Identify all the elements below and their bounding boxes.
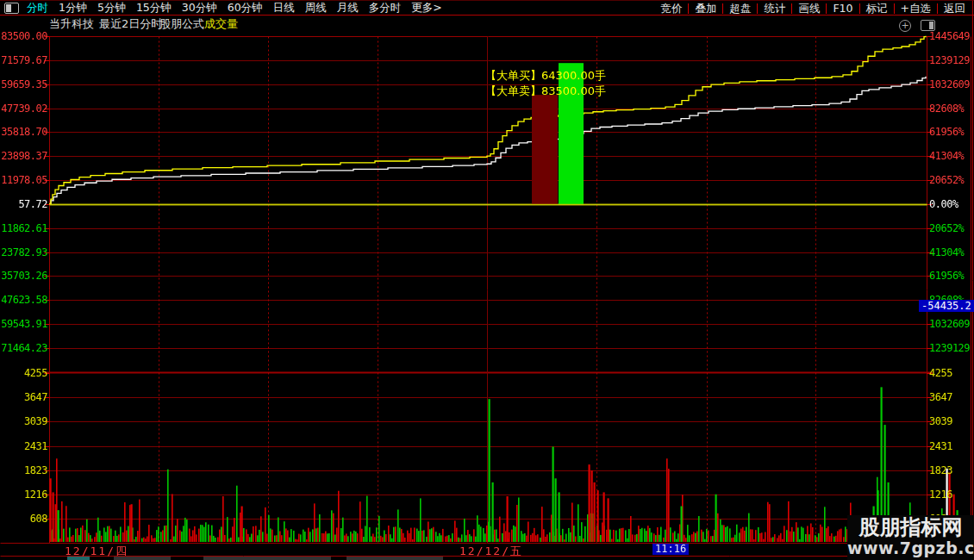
axis-label: 47739.02 [0,103,47,115]
axis-label: 61956% [929,270,964,282]
axis-label: 1445649 [929,30,970,42]
axis-label: 3647 [929,391,952,403]
axis-label: 608 [0,513,47,525]
axis-label: 2431 [929,440,952,452]
axis-label: 71579.67 [0,54,47,66]
axis-label: 20652% [929,222,964,234]
axis-label: 11862.61 [0,222,47,234]
date-label-day2: 12/12/五 [459,544,523,559]
axis-label: 23782.93 [0,246,47,258]
axis-label: 4255 [929,367,952,379]
status-bar-fragment [203,557,331,560]
axis-label: 83500.00 [0,30,47,42]
value-badge: -54435.2 [919,300,974,312]
axis-label: 3039 [929,415,952,427]
axis-label: 1239129 [929,342,970,354]
big-sell-annotation: 【大单卖】83500.00手 [485,85,606,97]
axis-label: 59543.91 [0,318,47,330]
axis-label: 35703.26 [0,270,47,282]
axis-label: 41304% [929,150,964,162]
status-bar-fragment [67,557,90,560]
axis-label: 4255 [0,367,47,379]
axis-label: 1239129 [929,54,970,66]
axis-label: 61956% [929,126,964,138]
axis-label: 2431 [0,440,47,452]
axis-label: 23898.37 [0,150,47,162]
trading-app-window: 分时1分钟5分钟15分钟30分钟60分钟日线周线月线多分时更多> 竞价叠加超盘统… [0,0,974,560]
axis-label: 1216 [929,488,952,501]
axis-label: 1823 [0,464,47,476]
axis-label: 41304% [929,246,964,258]
watermark-url: www.7gpzb.com [847,538,974,557]
watermark: 股朋指标网 www.7gpzb.com [847,515,974,560]
axis-label: 0.00% [929,198,958,210]
axis-label: 11978.05 [0,174,47,186]
axis-label: 71464.23 [0,342,47,354]
axis-label: 1032609 [929,318,970,330]
axis-label: 1823 [929,464,952,476]
axis-label: 59659.35 [0,78,47,90]
axis-label: 35818.70 [0,126,47,138]
axis-label: 47623.58 [0,294,47,306]
current-time-marker: 11:16 [652,544,689,555]
axis-label: 20652% [929,174,964,186]
big-buy-annotation: 【大单买】64300.00手 [485,70,606,82]
status-bar-fragment [114,557,171,560]
status-bar-fragment [347,557,443,560]
axis-label: 3039 [0,415,47,427]
axis-label: 1032609 [929,78,970,90]
axis-label: 1216 [0,488,47,501]
axis-label: 82608% [929,103,964,115]
axis-label: 3647 [0,391,47,403]
axis-label: 57.72 [0,198,47,210]
watermark-site-name: 股朋指标网 [847,516,974,538]
